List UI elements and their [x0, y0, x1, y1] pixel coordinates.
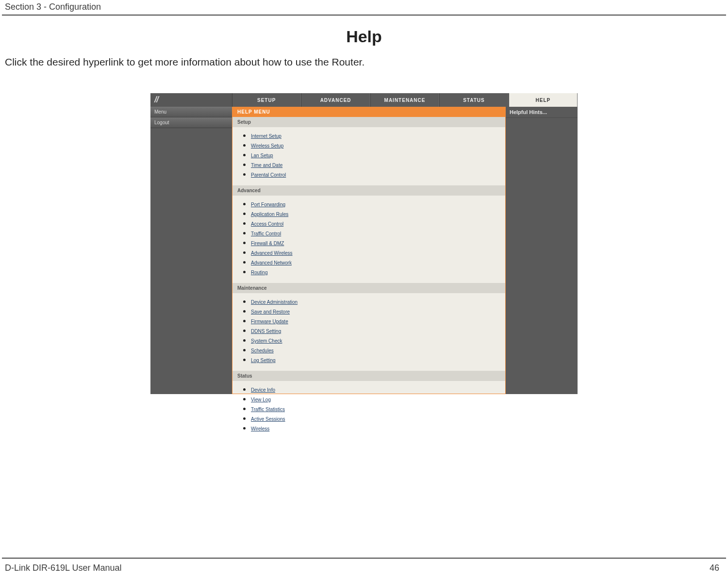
- list-item: Active Sessions: [251, 414, 500, 423]
- footer-page-number: 46: [710, 563, 719, 573]
- help-link[interactable]: Firmware Update: [251, 319, 288, 324]
- section-maintenance-links: Device Administration Save and Restore F…: [232, 293, 505, 371]
- top-nav: // SETUP ADVANCED MAINTENANCE STATUS HEL…: [150, 93, 578, 107]
- section-advanced-links: Port Forwarding Application Rules Access…: [232, 196, 505, 283]
- section-advanced-title: Advanced: [232, 185, 505, 196]
- top-rule: [2, 15, 726, 16]
- help-link[interactable]: Internet Setup: [251, 133, 281, 139]
- help-menu-bar: HELP MENU: [232, 107, 505, 117]
- list-item: Advanced Wireless: [251, 248, 500, 257]
- tab-setup[interactable]: SETUP: [232, 93, 301, 107]
- help-link[interactable]: Active Sessions: [251, 416, 285, 422]
- list-item: View Log: [251, 395, 500, 403]
- section-header: Section 3 - Configuration: [5, 2, 101, 12]
- help-link[interactable]: Log Setting: [251, 358, 276, 363]
- left-sidebar: Menu Logout: [150, 107, 232, 394]
- bottom-rule: [2, 558, 726, 559]
- list-item: Access Control: [251, 219, 500, 228]
- list-item: Save and Restore: [251, 307, 500, 315]
- help-link[interactable]: Time and Date: [251, 163, 282, 168]
- list-item: Application Rules: [251, 209, 500, 218]
- help-link[interactable]: System Check: [251, 338, 282, 344]
- help-link[interactable]: Device Administration: [251, 299, 298, 305]
- help-link[interactable]: Save and Restore: [251, 309, 290, 314]
- footer-manual-title: D-Link DIR-619L User Manual: [5, 563, 121, 573]
- help-link[interactable]: Firewall & DMZ: [251, 241, 284, 246]
- help-link[interactable]: Schedules: [251, 348, 274, 353]
- section-setup-title: Setup: [232, 117, 505, 127]
- sidebar-menu[interactable]: Menu: [150, 107, 232, 117]
- help-link[interactable]: Traffic Statistics: [251, 407, 285, 412]
- help-link[interactable]: Application Rules: [251, 212, 288, 217]
- list-item: Schedules: [251, 346, 500, 354]
- list-item: Device Info: [251, 385, 500, 394]
- section-setup-links: Internet Setup Wireless Setup Lan Setup …: [232, 127, 505, 185]
- list-item: DDNS Setting: [251, 326, 500, 335]
- hints-panel: Helpful Hints...: [506, 107, 578, 394]
- help-link[interactable]: Wireless: [251, 426, 269, 431]
- router-ui-screenshot: // SETUP ADVANCED MAINTENANCE STATUS HEL…: [150, 93, 578, 394]
- intro-text: Click the desired hyperlink to get more …: [5, 56, 364, 68]
- list-item: Wireless Setup: [251, 141, 500, 149]
- hints-header: Helpful Hints...: [506, 107, 578, 118]
- help-link[interactable]: Access Control: [251, 221, 283, 227]
- list-item: Log Setting: [251, 355, 500, 364]
- list-item: Wireless: [251, 424, 500, 432]
- list-item: Traffic Statistics: [251, 404, 500, 413]
- help-link[interactable]: Advanced Wireless: [251, 250, 293, 256]
- section-maintenance-title: Maintenance: [232, 283, 505, 293]
- tab-status[interactable]: STATUS: [439, 93, 508, 107]
- tab-maintenance[interactable]: MAINTENANCE: [370, 93, 439, 107]
- list-item: Advanced Network: [251, 258, 500, 266]
- list-item: Firewall & DMZ: [251, 238, 500, 247]
- list-item: Device Administration: [251, 297, 500, 306]
- list-item: System Check: [251, 336, 500, 345]
- tab-advanced[interactable]: ADVANCED: [301, 93, 370, 107]
- help-link[interactable]: Port Forwarding: [251, 202, 285, 207]
- logo-area: //: [150, 93, 232, 107]
- list-item: Port Forwarding: [251, 199, 500, 208]
- page-title: Help: [0, 27, 728, 46]
- help-link[interactable]: Routing: [251, 270, 267, 275]
- help-link[interactable]: Device Info: [251, 387, 275, 393]
- help-link[interactable]: Parental Control: [251, 172, 286, 178]
- list-item: Lan Setup: [251, 150, 500, 159]
- help-link[interactable]: Lan Setup: [251, 153, 273, 158]
- list-item: Parental Control: [251, 170, 500, 179]
- help-link[interactable]: View Log: [251, 397, 271, 402]
- help-link[interactable]: Wireless Setup: [251, 143, 283, 149]
- section-status-links: Device Info View Log Traffic Statistics …: [232, 381, 505, 439]
- list-item: Internet Setup: [251, 131, 500, 140]
- list-item: Time and Date: [251, 160, 500, 169]
- list-item: Routing: [251, 267, 500, 276]
- list-item: Firmware Update: [251, 316, 500, 325]
- help-link[interactable]: DDNS Setting: [251, 329, 281, 334]
- sidebar-logout[interactable]: Logout: [150, 117, 232, 128]
- help-link[interactable]: Advanced Network: [251, 260, 292, 265]
- list-item: Traffic Control: [251, 229, 500, 237]
- section-status-title: Status: [232, 371, 505, 381]
- help-link[interactable]: Traffic Control: [251, 231, 281, 236]
- tab-help[interactable]: HELP: [509, 93, 578, 107]
- content-panel: HELP MENU Setup Internet Setup Wireless …: [232, 107, 506, 394]
